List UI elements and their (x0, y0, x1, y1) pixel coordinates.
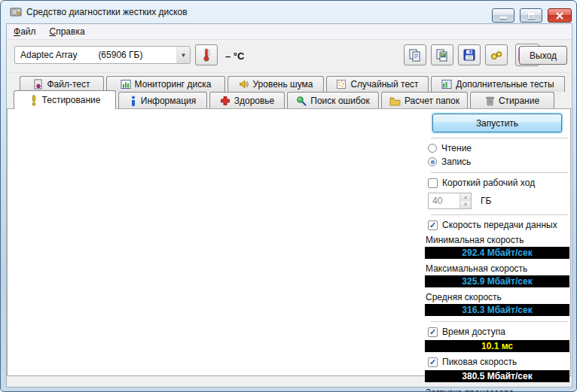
maximize-icon (528, 13, 535, 19)
write-radio-label: Запись (441, 156, 471, 167)
short-stroke-label: Короткий рабочий ход (442, 178, 535, 188)
start-button[interactable]: Запустить (432, 114, 562, 132)
info-icon (130, 96, 137, 107)
menu-bar: Файл Справка (7, 24, 572, 40)
separator (431, 172, 568, 173)
tab-row-primary: Тестирование Информация Здоровье Поиск о… (14, 92, 554, 109)
maximize-button[interactable] (520, 8, 542, 23)
folder-icon (389, 96, 401, 106)
save-icon (463, 48, 476, 62)
read-radio-label: Чтение (441, 143, 472, 153)
tools-icon (490, 48, 503, 62)
short-stroke-unit-label: ГБ (481, 196, 491, 206)
close-icon (556, 12, 563, 20)
window-title: Средство диагностики жестких дисков (26, 7, 188, 17)
short-stroke-row[interactable]: Короткий рабочий ход (428, 178, 569, 188)
stepper-up-icon[interactable]: ▲ (460, 193, 471, 201)
max-speed-label: Максимальная скорость (426, 263, 569, 274)
testing-icon (29, 95, 38, 106)
short-stroke-checkbox[interactable] (428, 178, 438, 188)
copy-report-button[interactable] (404, 44, 426, 65)
tab-erase[interactable]: Стирание (470, 92, 554, 109)
drive-select[interactable]: Adaptec Array (65906 ГБ) ▼ (14, 46, 191, 64)
tab-testing[interactable]: Тестирование (14, 90, 116, 109)
tools-button[interactable] (485, 44, 508, 65)
minimize-button[interactable] (492, 8, 514, 23)
tab-additional-tests[interactable]: Дополнительные тесты (431, 76, 565, 92)
read-radio[interactable] (428, 144, 437, 153)
tab-folder-calc[interactable]: Расчет папок (381, 92, 468, 109)
write-radio-row[interactable]: Запись (428, 156, 569, 167)
copy-icon (408, 48, 422, 62)
minimize-icon (500, 17, 507, 19)
tab-disk-monitor[interactable]: Мониторинг диска (106, 76, 225, 92)
temperature-value: – °C (225, 50, 244, 62)
copy-image-icon (435, 48, 449, 62)
separator (431, 138, 568, 138)
health-cross-icon (220, 96, 230, 106)
separator (431, 214, 568, 215)
dropdown-arrow-icon[interactable]: ▼ (176, 47, 190, 63)
access-time-value: 10.1 мс (425, 340, 569, 352)
file-test-icon (33, 79, 43, 90)
cpu-load-label: Загрузка процессора (426, 387, 569, 392)
menu-file[interactable]: Файл (7, 25, 43, 38)
transfer-speed-row[interactable]: ✓ Скорость передачи данных (428, 220, 569, 230)
short-stroke-size-value: 40 (429, 193, 459, 208)
short-stroke-size-stepper[interactable]: 40 ▲ ▼ (428, 193, 472, 209)
write-radio[interactable] (428, 157, 437, 166)
min-speed-label: Минимальная скорость (426, 235, 569, 245)
access-time-label: Время доступа (442, 327, 505, 337)
tab-row-secondary: Файл-тест Мониторинг диска Уровень шума … (20, 76, 565, 92)
disk-monitor-icon (121, 79, 131, 90)
test-control-panel: Запустить Чтение Запись Короткий рабочий… (425, 114, 569, 392)
tab-information[interactable]: Информация (118, 92, 207, 109)
tab-file-test[interactable]: Файл-тест (20, 76, 104, 92)
copy-image-button[interactable] (431, 44, 453, 65)
tab-noise-level[interactable]: Уровень шума (227, 76, 324, 92)
transfer-speed-checkbox[interactable]: ✓ (428, 220, 438, 230)
burst-speed-label: Пиковая скорость (442, 357, 517, 367)
drive-size: (65906 ГБ) (98, 50, 142, 60)
avg-speed-value: 316.3 Мбайт/сек (425, 304, 569, 316)
min-speed-value: 292.4 Мбайт/сек (425, 247, 569, 259)
trash-icon (485, 96, 495, 106)
speaker-icon (239, 79, 249, 90)
thermometer-icon (200, 47, 213, 62)
transfer-speed-label: Скорость передачи данных (442, 220, 557, 230)
separator (431, 321, 568, 322)
access-time-row[interactable]: ✓ Время доступа (428, 327, 569, 337)
magnifier-icon (296, 96, 307, 106)
avg-speed-label: Средняя скорость (426, 292, 569, 302)
title-bar[interactable]: Средство диагностики жестких дисков (1, 1, 577, 23)
burst-speed-value: 380.5 Мбайт/сек (425, 370, 569, 382)
toolbar: Adaptec Array (65906 ГБ) ▼ – °C (7, 40, 572, 73)
hdd-app-icon (10, 6, 22, 18)
save-report-button[interactable] (458, 44, 481, 65)
random-test-icon (336, 79, 347, 90)
stepper-down-icon[interactable]: ▼ (460, 201, 471, 208)
close-button[interactable] (548, 8, 572, 23)
menu-help[interactable]: Справка (43, 25, 92, 38)
additional-tests-icon (441, 79, 452, 90)
app-window: Средство диагностики жестких дисков Файл… (0, 0, 577, 392)
tab-error-scan[interactable]: Поиск ошибок (287, 92, 379, 109)
temperature-button[interactable] (195, 44, 218, 65)
read-radio-row[interactable]: Чтение (428, 143, 569, 153)
tab-random-test[interactable]: Случайный тест (326, 76, 429, 92)
drive-name: Adaptec Array (20, 50, 77, 60)
tab-health[interactable]: Здоровье (209, 92, 285, 109)
exit-button[interactable]: Выход (519, 46, 567, 65)
access-time-checkbox[interactable]: ✓ (428, 327, 438, 337)
max-speed-value: 325.9 Мбайт/сек (425, 275, 569, 287)
burst-speed-checkbox[interactable]: ✓ (428, 357, 438, 367)
burst-speed-row[interactable]: ✓ Пиковая скорость (428, 357, 569, 367)
